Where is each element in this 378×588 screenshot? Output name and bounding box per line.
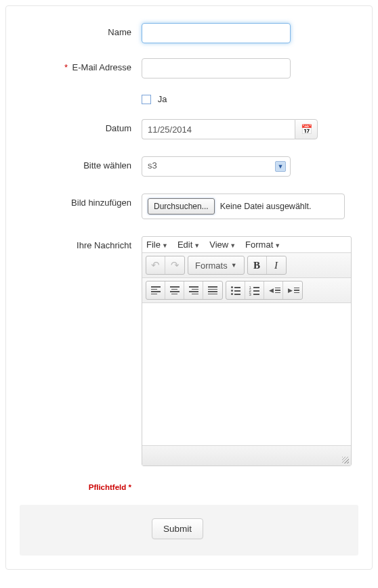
indent-icon: ▶ xyxy=(288,287,297,294)
email-label: E-Mail Adresse xyxy=(72,62,131,72)
menu-format[interactable]: Format▼ xyxy=(245,240,280,250)
calendar-icon: 📅 xyxy=(301,124,312,135)
checkbox-ja[interactable] xyxy=(142,95,151,104)
number-list-icon: 1 2 3 xyxy=(250,286,259,294)
field-checkbox: Ja xyxy=(20,93,358,104)
chevron-down-icon: ▼ xyxy=(275,161,286,172)
formats-dropdown[interactable]: Formats▼ xyxy=(188,256,244,274)
name-input[interactable] xyxy=(142,23,291,43)
name-label: Name xyxy=(20,23,142,37)
select-label: Bitte wählen xyxy=(20,156,142,171)
bold-button[interactable]: B xyxy=(248,256,267,274)
align-center-icon xyxy=(170,286,180,294)
italic-button[interactable]: I xyxy=(267,256,286,274)
redo-icon: ↷ xyxy=(171,259,180,271)
caret-icon: ▼ xyxy=(194,242,200,249)
align-justify-icon xyxy=(208,286,217,294)
undo-icon: ↶ xyxy=(151,259,160,271)
submit-zone: Submit xyxy=(20,505,358,556)
file-input-wrapper: Durchsuchen... Keine Datei ausgewählt. xyxy=(142,194,345,219)
file-label: Bild hinzufügen xyxy=(20,194,142,208)
align-justify-button[interactable] xyxy=(203,281,222,299)
outdent-icon: ◀ xyxy=(269,287,278,294)
rte-menubar: File▼ Edit▼ View▼ Format▼ xyxy=(142,237,351,252)
italic-icon: I xyxy=(274,260,278,271)
undo-button[interactable]: ↶ xyxy=(146,256,165,274)
outdent-button[interactable]: ◀ xyxy=(264,281,283,299)
submit-button[interactable]: Submit xyxy=(152,518,203,539)
resize-handle[interactable] xyxy=(342,457,349,463)
bullet-list-icon xyxy=(231,286,240,294)
rich-text-editor: File▼ Edit▼ View▼ Format▼ ↶ ↷ Formats▼ B xyxy=(142,236,352,466)
field-file: Bild hinzufügen Durchsuchen... Keine Dat… xyxy=(20,194,358,219)
required-field-note: Pflichtfeld * xyxy=(20,483,142,491)
rte-toolbar-row1: ↶ ↷ Formats▼ B I xyxy=(142,252,351,278)
file-status-text: Keine Datei ausgewählt. xyxy=(220,202,312,211)
field-datum: Datum 📅 xyxy=(20,119,358,139)
menu-file[interactable]: File▼ xyxy=(146,240,168,250)
required-star: * xyxy=(64,62,68,72)
caret-icon: ▼ xyxy=(231,262,237,269)
select-value: s3 xyxy=(148,160,157,171)
rte-statusbar xyxy=(142,445,351,466)
number-list-button[interactable]: 1 2 3 xyxy=(245,281,264,299)
menu-edit[interactable]: Edit▼ xyxy=(177,240,200,250)
field-email: * E-Mail Adresse xyxy=(20,58,358,78)
redo-button[interactable]: ↷ xyxy=(165,256,184,274)
indent-button[interactable]: ▶ xyxy=(283,281,302,299)
menu-view[interactable]: View▼ xyxy=(209,240,236,250)
rte-toolbar-row2: 1 2 3 ◀ ▶ xyxy=(142,278,351,303)
align-left-icon xyxy=(151,286,161,294)
align-right-icon xyxy=(189,286,198,294)
datum-input[interactable] xyxy=(142,119,295,139)
form-panel: Name * E-Mail Adresse Ja Datum 📅 xyxy=(5,5,373,570)
align-right-button[interactable] xyxy=(184,281,203,299)
message-label: Ihre Nachricht xyxy=(20,236,142,250)
field-name: Name xyxy=(20,23,358,43)
checkbox-label: Ja xyxy=(158,94,167,104)
bold-icon: B xyxy=(253,260,260,271)
datepicker-button[interactable]: 📅 xyxy=(295,119,318,139)
datum-label: Datum xyxy=(20,119,142,133)
field-select: Bitte wählen s3 ▼ xyxy=(20,156,358,177)
bullet-list-button[interactable] xyxy=(226,281,245,299)
align-center-button[interactable] xyxy=(165,281,184,299)
align-left-button[interactable] xyxy=(146,281,165,299)
email-input[interactable] xyxy=(142,58,291,78)
select-input[interactable]: s3 ▼ xyxy=(142,156,291,177)
rte-content-area[interactable] xyxy=(142,303,351,445)
browse-button[interactable]: Durchsuchen... xyxy=(148,198,215,214)
caret-icon: ▼ xyxy=(230,242,236,249)
caret-icon: ▼ xyxy=(274,242,280,249)
caret-icon: ▼ xyxy=(162,242,168,249)
field-message: Ihre Nachricht File▼ Edit▼ View▼ Format▼… xyxy=(20,236,358,466)
